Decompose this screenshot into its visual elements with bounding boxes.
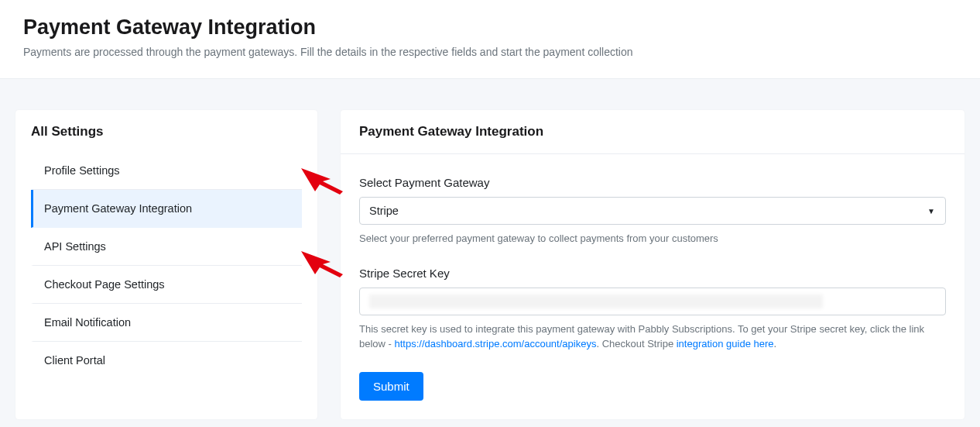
sidebar-item-label: Profile Settings	[44, 164, 120, 177]
panel-title: Payment Gateway Integration	[341, 110, 965, 154]
submit-button[interactable]: Submit	[359, 372, 423, 401]
sidebar-item-label: API Settings	[44, 240, 106, 253]
secret-key-input[interactable]	[359, 288, 946, 315]
sidebar-item-label: Checkout Page Settings	[44, 278, 165, 291]
page-title: Payment Gateway Integration	[23, 15, 957, 40]
sidebar-item-client-portal[interactable]: Client Portal	[31, 342, 302, 379]
sidebar-item-label: Payment Gateway Integration	[44, 202, 192, 215]
content-panel: Payment Gateway Integration Select Payme…	[341, 110, 965, 419]
gateway-help-text: Select your preferred payment gateway to…	[359, 231, 946, 246]
integration-guide-link[interactable]: integration guide here	[677, 338, 774, 350]
sidebar-items: Profile Settings Payment Gateway Integra…	[15, 152, 317, 387]
sidebar-item-checkout-page-settings[interactable]: Checkout Page Settings	[31, 266, 302, 304]
sidebar-heading: All Settings	[15, 110, 317, 152]
secret-key-help-text: This secret key is used to integrate thi…	[359, 322, 946, 352]
sidebar-item-label: Email Notification	[44, 316, 131, 329]
redacted-value	[369, 294, 823, 308]
sidebar-item-profile-settings[interactable]: Profile Settings	[31, 152, 302, 190]
gateway-select-wrap: Stripe ▼	[359, 197, 946, 225]
page-subtitle: Payments are processed through the payme…	[23, 46, 957, 58]
help-text-part: .	[774, 338, 777, 350]
gateway-select[interactable]: Stripe	[359, 197, 946, 225]
sidebar-item-api-settings[interactable]: API Settings	[31, 228, 302, 266]
gateway-label: Select Payment Gateway	[359, 176, 946, 189]
sidebar-item-payment-gateway-integration[interactable]: Payment Gateway Integration	[31, 190, 302, 228]
gateway-form-group: Select Payment Gateway Stripe ▼ Select y…	[359, 176, 946, 246]
sidebar-item-label: Client Portal	[44, 354, 105, 367]
panel-body: Select Payment Gateway Stripe ▼ Select y…	[341, 154, 965, 419]
main-container: All Settings Profile Settings Payment Ga…	[0, 79, 980, 427]
settings-sidebar: All Settings Profile Settings Payment Ga…	[15, 110, 317, 419]
stripe-apikeys-link[interactable]: https://dashboard.stripe.com/account/api…	[395, 338, 597, 350]
secret-key-form-group: Stripe Secret Key This secret key is use…	[359, 267, 946, 352]
secret-key-label: Stripe Secret Key	[359, 267, 946, 280]
help-text-part: . Checkout Stripe	[596, 338, 676, 350]
page-header: Payment Gateway Integration Payments are…	[0, 0, 980, 79]
sidebar-item-email-notification[interactable]: Email Notification	[31, 304, 302, 342]
